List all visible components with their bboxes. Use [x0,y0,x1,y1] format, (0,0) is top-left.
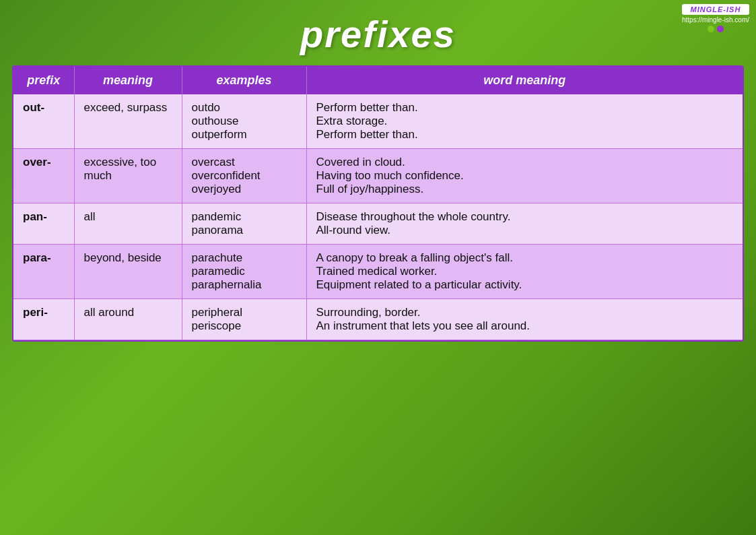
cell-meaning: all around [74,299,182,340]
watermark: mingle-ish https://mingle-ish.com/ [682,4,749,32]
cell-word-meaning: A canopy to break a falling object's fal… [306,245,743,299]
cell-word-meaning: Covered in cloud.Having too much confide… [306,149,743,203]
table-row: out-exceed, surpassoutdoouthouseoutperfo… [13,94,743,149]
table-row: over-excessive, too muchovercastoverconf… [13,149,743,203]
page-title: prefixes [0,0,756,65]
cell-meaning: all [74,203,182,245]
cell-word-meaning: Perform better than.Extra storage.Perfor… [306,94,743,149]
cell-prefix: over- [13,149,74,203]
cell-examples: pandemicpanorama [182,203,306,245]
cell-prefix: pan- [13,203,74,245]
cell-word-meaning: Disease throughout the whole country.All… [306,203,743,245]
header-examples: examples [182,67,306,94]
header-word-meaning: word meaning [306,67,743,94]
cell-prefix: out- [13,94,74,149]
header-prefix: prefix [13,67,74,94]
watermark-dots [682,26,749,32]
dot-green-icon [708,26,714,32]
watermark-url: https://mingle-ish.com/ [682,16,749,24]
table-row: para-beyond, besideparachuteparamedicpar… [13,245,743,299]
cell-examples: parachuteparamedicparaphernalia [182,245,306,299]
watermark-logo: mingle-ish [682,4,749,15]
table-row: peri-all aroundperipheralperiscopeSurrou… [13,299,743,340]
cell-meaning: exceed, surpass [74,94,182,149]
prefixes-table-container: prefix meaning examples word meaning out… [12,65,744,342]
table-header-row: prefix meaning examples word meaning [13,67,743,94]
cell-examples: peripheralperiscope [182,299,306,340]
cell-word-meaning: Surrounding, border.An instrument that l… [306,299,743,340]
cell-examples: overcastoverconfidentoverjoyed [182,149,306,203]
cell-meaning: excessive, too much [74,149,182,203]
header-meaning: meaning [74,67,182,94]
cell-meaning: beyond, beside [74,245,182,299]
cell-prefix: para- [13,245,74,299]
dot-purple-icon [717,26,724,32]
cell-examples: outdoouthouseoutperform [182,94,306,149]
table-row: pan-allpandemicpanoramaDisease throughou… [13,203,743,245]
cell-prefix: peri- [13,299,74,340]
prefixes-table: prefix meaning examples word meaning out… [13,67,743,340]
